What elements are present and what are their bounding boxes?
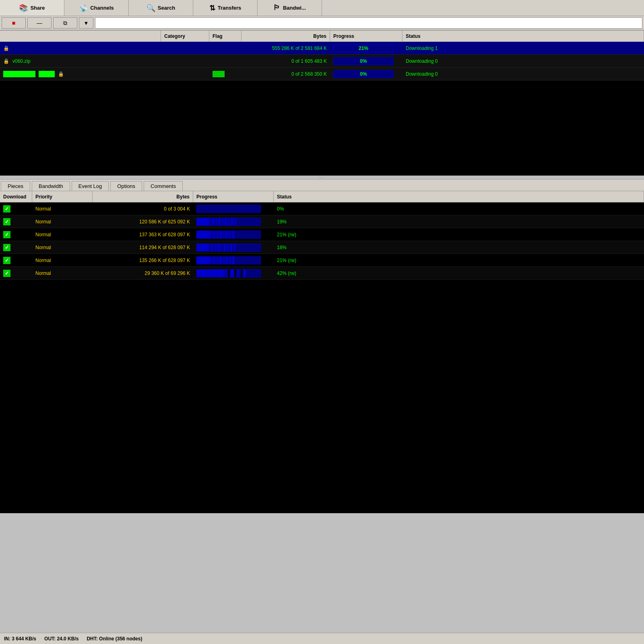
stop-icon: ■ (12, 20, 15, 26)
svg-rect-0 (209, 218, 211, 226)
tab-options[interactable]: Options (110, 181, 142, 191)
pieces-row[interactable]: ✓ Normal 0 of 3 004 K 0% (0, 202, 644, 215)
svg-rect-21 (221, 244, 223, 252)
tab-bandwidth[interactable]: Bandwidth (32, 181, 70, 191)
svg-rect-6 (227, 218, 230, 226)
svg-rect-34 (223, 270, 227, 277)
progress-cell: 0% (330, 55, 402, 67)
svg-rect-8 (234, 218, 237, 226)
col-filename (0, 31, 161, 41)
pieces-status-cell: 42% (rw) (274, 267, 644, 279)
pieces-row[interactable]: ✓ Normal 29 360 K of 69 296 K (0, 267, 644, 280)
pieces-priority-cell: Normal (32, 241, 93, 254)
pieces-download-cell: ✓ (0, 267, 32, 279)
checkbox[interactable]: ✓ (3, 244, 10, 251)
progress-bar: 21% (333, 44, 394, 52)
pieces-download-cell: ✓ (0, 254, 32, 266)
pieces-row[interactable]: ✓ Normal 114 294 K of 628 097 K (0, 241, 644, 254)
pieces-download-cell: ✓ (0, 228, 32, 241)
pieces-download-cell: ✓ (0, 202, 32, 215)
transfers-button[interactable]: ⇅ Transfers (193, 0, 258, 16)
share-button[interactable]: 📚 Share (0, 0, 64, 16)
main-black-area (0, 304, 644, 513)
pieces-priority-cell: Normal (32, 267, 93, 279)
bytes-cell: 0 of 2 568 350 K (242, 68, 330, 80)
pieces-priority-cell: Normal (32, 228, 93, 241)
svg-rect-22 (224, 244, 225, 252)
progress-bar: 0% (333, 57, 394, 65)
status-dht: DHT: Online (356 nodes) (87, 636, 142, 642)
progress-label: 21% (359, 45, 368, 51)
checkbox[interactable]: ✓ (3, 270, 10, 277)
tab-comments[interactable]: Comments (144, 181, 183, 191)
pieces-row[interactable]: ✓ Normal 135 266 K of 628 097 K (0, 254, 644, 267)
checkbox[interactable]: ✓ (3, 257, 10, 264)
pause-icon: — (37, 20, 42, 26)
col-progress: Progress (330, 31, 402, 41)
svg-rect-17 (208, 244, 211, 252)
tab-event-log[interactable]: Event Log (72, 181, 109, 191)
svg-rect-36 (231, 270, 234, 277)
pieces-blocks (208, 244, 260, 251)
restore-button[interactable]: ⧉ (53, 17, 77, 29)
svg-rect-14 (226, 231, 227, 239)
pieces-progress-cell (193, 215, 274, 228)
pieces-fill (197, 231, 210, 238)
svg-rect-19 (214, 244, 217, 252)
svg-rect-24 (230, 244, 232, 252)
pieces-bytes-cell: 0 of 3 004 K (93, 202, 193, 215)
svg-rect-18 (211, 244, 213, 252)
pieces-row[interactable]: ✓ Normal 137 363 K of 628 097 K (0, 228, 644, 241)
pieces-priority-cell: Normal (32, 202, 93, 215)
pieces-row[interactable]: ✓ Normal 120 586 K of 625 092 K (0, 215, 644, 228)
svg-rect-27 (213, 257, 215, 264)
pieces-blocks (209, 218, 260, 225)
checkbox[interactable]: ✓ (3, 205, 10, 213)
pieces-priority-cell: Normal (32, 254, 93, 266)
download-row[interactable]: 🔒 555 286 K of 2 581 684 K 21% Downloadi… (0, 42, 644, 55)
status-out: OUT: 24.0 KB/s (44, 636, 78, 642)
channels-icon: 📡 (79, 4, 88, 12)
svg-rect-16 (232, 231, 234, 239)
bandwidth-button[interactable]: 🏳 Bandwi... (258, 0, 322, 16)
search-button[interactable]: 🔍 Search (129, 0, 193, 16)
svg-rect-9 (210, 231, 213, 239)
download-row[interactable]: 🔒 0 of 2 568 350 K 0% Downloading 0 (0, 68, 644, 80)
checkbox[interactable]: ✓ (3, 218, 10, 225)
svg-rect-4 (221, 218, 224, 226)
lock-icon: 🔒 (58, 71, 64, 77)
filter-button[interactable]: ▼ (79, 17, 93, 29)
svg-rect-32 (228, 257, 231, 264)
flag-cell (209, 68, 242, 80)
pieces-blocks (197, 205, 260, 213)
tab-pieces[interactable]: Pieces (1, 181, 30, 191)
pieces-fill (197, 218, 209, 225)
svg-rect-30 (223, 257, 225, 264)
transfers-icon: ⇅ (209, 4, 215, 12)
bottom-tabs: Pieces Bandwidth Event Log Options Comme… (0, 180, 644, 191)
pieces-blocks (210, 231, 260, 238)
stop-button[interactable]: ■ (2, 17, 26, 29)
svg-rect-31 (226, 257, 227, 264)
checkbox[interactable]: ✓ (3, 231, 10, 238)
svg-rect-37 (235, 270, 236, 277)
pause-button[interactable]: — (27, 17, 52, 29)
pieces-progress-cell (193, 254, 274, 266)
bandwidth-icon: 🏳 (273, 4, 281, 12)
svg-rect-10 (213, 231, 215, 239)
progress-fill (334, 45, 346, 52)
pieces-empty-area (0, 280, 644, 304)
download-table-header: Category Flag Bytes Progress Status (0, 31, 644, 42)
filename-text: v060.zip (12, 58, 31, 64)
svg-rect-1 (212, 218, 214, 226)
pieces-bytes-cell: 135 266 K of 628 097 K (93, 254, 193, 266)
pieces-priority-cell: Normal (32, 215, 93, 228)
status-in: IN: 3 644 KB/s (4, 636, 36, 642)
svg-rect-13 (223, 231, 225, 239)
download-row[interactable]: 🔒 v060.zip 0 of 1 605 483 K 0% Downloadi… (0, 55, 644, 68)
svg-rect-38 (237, 270, 240, 277)
search-input[interactable] (95, 17, 642, 29)
category-cell (161, 68, 209, 80)
splitter[interactable]: ··· (0, 175, 644, 180)
channels-button[interactable]: 📡 Channels (64, 0, 129, 16)
